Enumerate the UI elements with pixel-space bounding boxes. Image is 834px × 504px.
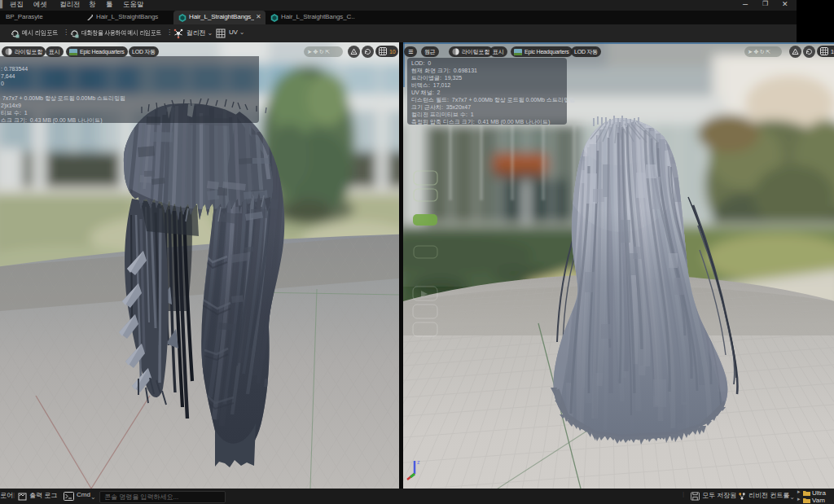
svg-text:z: z bbox=[417, 459, 420, 465]
